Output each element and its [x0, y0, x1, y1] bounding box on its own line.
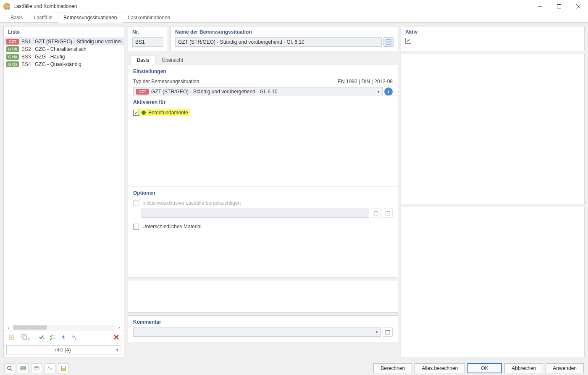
svg-text:6: 6: [75, 337, 76, 340]
swap-button[interactable]: [58, 333, 68, 342]
options-title: Optionen: [133, 190, 393, 196]
name-panel: Name der Bemessungssituation GZT (STR/GE…: [171, 26, 398, 51]
option-inclusive: Inklusive/exklusive Lastfälle berücksich…: [133, 200, 393, 206]
tab-bemessungssituationen[interactable]: Bemessungssituationen: [58, 13, 122, 23]
inner-tab-basis[interactable]: Basis: [131, 55, 155, 65]
comment-title: Kommentar: [133, 319, 393, 325]
tab-basis[interactable]: Basis: [5, 13, 28, 23]
item-label: GZG - Charakteristisch: [35, 46, 87, 52]
scroll-right-icon[interactable]: ›: [116, 325, 122, 330]
details-body: Basis Übersicht Einstellungen Typ der Be…: [128, 54, 585, 357]
material-checkbox[interactable]: [133, 224, 139, 230]
name-title: Name der Bemessungssituation: [175, 29, 394, 35]
footer-search-button[interactable]: [4, 363, 15, 373]
svg-rect-1: [557, 5, 561, 8]
option-material[interactable]: Unterschiedliches Material: [133, 224, 393, 230]
name-input[interactable]: GZT (STR/GEO) - Ständig und vorübergehen…: [175, 37, 382, 47]
comment-select[interactable]: ▾: [133, 327, 381, 337]
aktiv-checkbox[interactable]: [405, 38, 411, 44]
status-dot-icon: [142, 111, 146, 115]
titlebar: Lastfälle und Kombinationen: [0, 0, 588, 13]
scroll-left-icon[interactable]: ‹: [5, 325, 11, 330]
top-tabstrip: Basis Lastfälle Bemessungssituationen La…: [0, 13, 588, 23]
svg-rect-19: [386, 212, 390, 215]
copy-button[interactable]: [17, 333, 32, 342]
minimize-button[interactable]: [530, 0, 549, 13]
activate-title: Aktivieren für: [133, 99, 393, 105]
footer-fx-button[interactable]: fx: [45, 363, 55, 373]
aktiv-panel: Aktiv: [401, 26, 585, 51]
nr-panel: Nr. BS1: [128, 26, 168, 51]
footer-save-button[interactable]: [58, 363, 69, 373]
inclusive-label: Inklusive/exklusive Lastfälle berücksich…: [142, 200, 241, 206]
svg-text:0.00: 0.00: [21, 367, 26, 370]
renumber-button[interactable]: 26: [69, 333, 79, 342]
ok-button[interactable]: OK: [467, 363, 502, 373]
footer-units-button[interactable]: 0.00: [18, 363, 29, 373]
abbrechen-button[interactable]: Abbrechen: [504, 363, 543, 373]
standard-label: EN 1990 | DIN | 2012-08: [338, 79, 393, 85]
app-icon: [3, 3, 10, 10]
anwenden-button[interactable]: Anwenden: [546, 363, 584, 373]
type-label: Typ der Bemessungssituation: [133, 79, 199, 85]
badge: G Ch: [6, 46, 19, 52]
details-side-col: [401, 54, 585, 357]
inclusive-pick2-button: [383, 209, 393, 218]
list-header: Liste: [4, 26, 124, 38]
scroll-thumb[interactable]: [13, 325, 47, 330]
item-label: GZG - Häufig: [35, 54, 65, 60]
list-item[interactable]: G Ch BS2 GZG - Charakteristisch: [4, 45, 124, 53]
nr-title: Nr.: [132, 29, 163, 35]
stub-panel: [128, 280, 398, 313]
nr-input[interactable]: BS1: [132, 37, 163, 47]
inner-tab-uebersicht[interactable]: Übersicht: [155, 55, 189, 65]
svg-rect-21: [386, 331, 390, 334]
activate-item[interactable]: Betonfundamente: [133, 109, 190, 116]
side-small-panel: [401, 207, 585, 357]
filter-select[interactable]: Alle (4) ▾: [6, 345, 121, 354]
svg-text:2: 2: [72, 334, 74, 337]
inner-tabstrip: Basis Übersicht: [128, 54, 398, 65]
berechnen-button[interactable]: Berechnen: [373, 363, 412, 373]
item-code: BS4: [21, 61, 32, 67]
inner-panel: Basis Übersicht Einstellungen Typ der Be…: [128, 54, 398, 277]
delete-button[interactable]: [111, 333, 121, 342]
tab-lastkombinationen[interactable]: Lastkombinationen: [122, 13, 176, 23]
edit-name-button[interactable]: [383, 37, 394, 47]
details-header-row: Nr. BS1 Name der Bemessungssituation GZT…: [128, 26, 585, 51]
svg-text:f: f: [47, 366, 49, 371]
check-multi-button[interactable]: [47, 333, 58, 342]
list-hscroll[interactable]: ‹ ›: [4, 324, 124, 330]
activate-checkbox[interactable]: [133, 110, 139, 116]
list-toolbar: 26: [4, 330, 124, 343]
chevron-down-icon: ▾: [378, 90, 380, 94]
situation-list: GZT BS1 GZT (STR/GEO) - Ständig und vorü…: [4, 38, 124, 324]
new-button[interactable]: [6, 333, 16, 342]
alles-berechnen-button[interactable]: Alles berechnen: [415, 363, 465, 373]
tab-lastfaelle[interactable]: Lastfälle: [28, 13, 58, 23]
settings-section: Einstellungen Typ der Bemessungssituatio…: [128, 65, 398, 95]
svg-rect-27: [34, 367, 39, 369]
chevron-down-icon: ▾: [376, 330, 378, 334]
check-single-button[interactable]: [37, 333, 47, 342]
inclusive-input: [142, 209, 369, 218]
info-button[interactable]: i: [384, 87, 393, 96]
close-button[interactable]: [569, 0, 588, 13]
inclusive-pick1-button: [371, 209, 381, 218]
maximize-button[interactable]: [549, 0, 569, 13]
svg-rect-18: [374, 211, 378, 212]
window-controls: [530, 0, 588, 13]
comment-pick-button[interactable]: [383, 327, 393, 337]
svg-rect-20: [386, 211, 390, 212]
svg-rect-8: [23, 336, 26, 339]
scroll-track[interactable]: [13, 325, 115, 330]
list-item[interactable]: G Qs BS4 GZG - Quasi-ständig: [4, 61, 124, 68]
type-select[interactable]: GZT GZT (STR/GEO) - Ständig und vorüberg…: [133, 87, 383, 96]
list-item[interactable]: GZT BS1 GZT (STR/GEO) - Ständig und vorü…: [4, 38, 124, 45]
list-item[interactable]: G Hä BS3 GZG - Häufig: [4, 53, 124, 61]
footer-loadcase-button[interactable]: [31, 363, 42, 373]
details-main-col: Basis Übersicht Einstellungen Typ der Be…: [128, 54, 398, 357]
window-title: Lastfälle und Kombinationen: [13, 3, 530, 9]
inclusive-checkbox: [133, 200, 139, 206]
preview-panel: [401, 54, 585, 204]
